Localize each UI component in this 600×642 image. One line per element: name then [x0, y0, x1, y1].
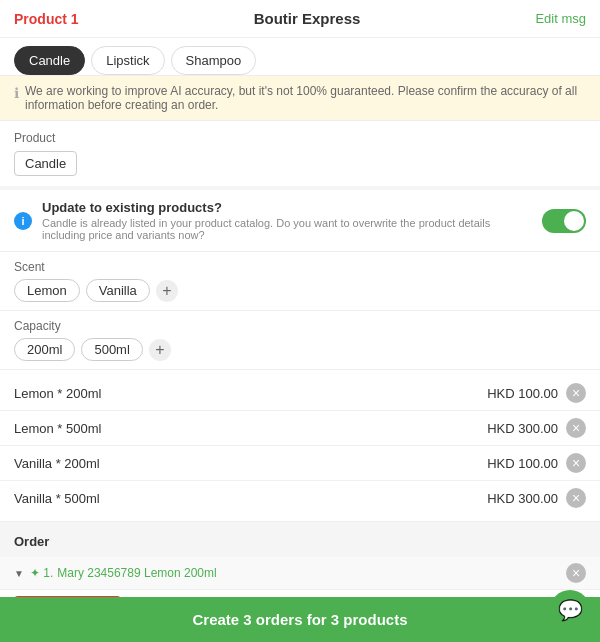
product-tag: Candle	[14, 151, 77, 176]
update-box: i Update to existing products? Candle is…	[0, 190, 600, 252]
price-row: Lemon * 200ml HKD 100.00 ×	[0, 376, 600, 411]
price-label-3: Vanilla * 500ml	[14, 491, 487, 506]
tab-bar: Candle Lipstick Shampoo	[0, 38, 600, 76]
capacity-label: Capacity	[14, 319, 586, 333]
price-label-2: Vanilla * 200ml	[14, 456, 487, 471]
remove-price-2[interactable]: ×	[566, 453, 586, 473]
chat-button[interactable]: 💬	[550, 590, 590, 630]
price-row: Vanilla * 200ml HKD 100.00 ×	[0, 446, 600, 481]
capacity-tag-500ml[interactable]: 500ml	[81, 338, 142, 361]
order-1-remove-btn[interactable]: ×	[566, 563, 586, 583]
order-1-chevron[interactable]: ▼	[14, 568, 24, 579]
price-value-3: HKD 300.00	[487, 491, 558, 506]
update-desc: Candle is already listed in your product…	[42, 217, 532, 241]
create-orders-button[interactable]: Create 3 orders for 3 products	[0, 597, 600, 642]
warning-text: We are working to improve AI accuracy, b…	[25, 84, 586, 112]
product-section: Product Candle	[0, 121, 600, 186]
scent-tag-lemon[interactable]: Lemon	[14, 279, 80, 302]
order-1-num: ✦ 1.	[30, 566, 53, 580]
scent-label: Scent	[14, 260, 586, 274]
price-value-2: HKD 100.00	[487, 456, 558, 471]
order-1-title: Mary 23456789 Lemon 200ml	[57, 566, 566, 580]
edit-msg-button[interactable]: Edit msg	[535, 11, 586, 26]
tab-shampoo[interactable]: Shampoo	[171, 46, 257, 75]
price-label-1: Lemon * 500ml	[14, 421, 487, 436]
scent-tags: Lemon Vanilla +	[14, 279, 586, 302]
tab-lipstick[interactable]: Lipstick	[91, 46, 164, 75]
toggle-check-icon: ✓	[573, 214, 582, 227]
product-label: Product 1	[14, 11, 79, 27]
update-text: Update to existing products? Candle is a…	[42, 200, 532, 241]
remove-price-3[interactable]: ×	[566, 488, 586, 508]
warning-banner: ℹ We are working to improve AI accuracy,…	[0, 76, 600, 121]
product-section-label: Product	[14, 131, 586, 145]
capacity-add-button[interactable]: +	[149, 339, 171, 361]
header: Product 1 Boutir Express Edit msg	[0, 0, 600, 38]
tab-candle[interactable]: Candle	[14, 46, 85, 75]
update-toggle[interactable]: ✓	[542, 209, 586, 233]
page-title: Boutir Express	[79, 10, 536, 27]
order-section-header: Order	[0, 526, 600, 557]
price-value-1: HKD 300.00	[487, 421, 558, 436]
capacity-tags: 200ml 500ml +	[14, 338, 586, 361]
capacity-tag-200ml[interactable]: 200ml	[14, 338, 75, 361]
price-section: Lemon * 200ml HKD 100.00 × Lemon * 500ml…	[0, 370, 600, 522]
order-label: Order	[14, 534, 49, 549]
create-orders-label: Create 3 orders for 3 products	[192, 611, 407, 628]
price-row: Lemon * 500ml HKD 300.00 ×	[0, 411, 600, 446]
order-1-header: ▼ ✦ 1. Mary 23456789 Lemon 200ml ×	[0, 557, 600, 590]
info-icon: ℹ	[14, 85, 19, 101]
price-label-0: Lemon * 200ml	[14, 386, 487, 401]
price-value-0: HKD 100.00	[487, 386, 558, 401]
remove-price-1[interactable]: ×	[566, 418, 586, 438]
scent-add-button[interactable]: +	[156, 280, 178, 302]
remove-price-0[interactable]: ×	[566, 383, 586, 403]
update-info-icon: i	[14, 212, 32, 230]
scent-section: Scent Lemon Vanilla +	[0, 252, 600, 311]
scent-tag-vanilla[interactable]: Vanilla	[86, 279, 150, 302]
price-row: Vanilla * 500ml HKD 300.00 ×	[0, 481, 600, 515]
chat-icon: 💬	[558, 598, 583, 622]
update-title: Update to existing products?	[42, 200, 532, 215]
capacity-section: Capacity 200ml 500ml +	[0, 311, 600, 370]
